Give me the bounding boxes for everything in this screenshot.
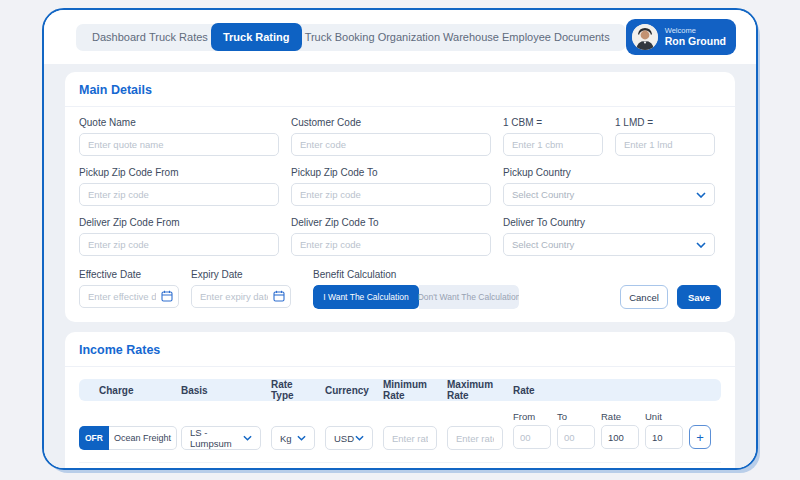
benefit-no-option[interactable]: Don't Want The Calculation — [419, 285, 519, 309]
tab-documents[interactable]: Documents — [554, 31, 610, 43]
pickup-country-label: Pickup Country — [503, 167, 715, 178]
tab-dashboard[interactable]: Dashboard — [92, 31, 146, 43]
pickup-zip-from-input[interactable] — [79, 183, 279, 206]
tab-truck-booking[interactable]: Truck Booking — [305, 31, 375, 43]
deliver-country-select[interactable]: Select Country — [503, 233, 715, 256]
col-rate: Rate — [513, 385, 721, 396]
col-charge: Charge — [79, 385, 171, 396]
col-maximum-rate: Maximum Rate — [447, 379, 503, 401]
user-name: Ron Ground — [665, 35, 726, 47]
col-rate-type: Rate Type — [271, 379, 315, 401]
rate-type-select[interactable]: Kg — [271, 426, 315, 450]
customer-code-label: Customer Code — [291, 117, 491, 128]
deliver-zip-from-label: Deliver Zip Code From — [79, 217, 279, 228]
tier-labels: From To Rate Unit — [513, 467, 721, 470]
income-rates-body: Charge Basis Rate Type Currency Minimum … — [65, 367, 735, 470]
form-row-2: Pickup Zip Code From Pickup Zip Code To … — [79, 167, 721, 206]
cancel-button[interactable]: Cancel — [620, 285, 668, 309]
tier-labels: From To Rate Unit — [513, 411, 721, 422]
benefit-yes-option[interactable]: I Want The Calculation — [313, 285, 419, 309]
pickup-zip-from-label: Pickup Zip Code From — [79, 167, 279, 178]
lmd-label: 1 LMD = — [615, 117, 715, 128]
tab-warehouse[interactable]: Warehouse — [443, 31, 499, 43]
income-rates-header: Charge Basis Rate Type Currency Minimum … — [79, 379, 721, 401]
benefit-calculation-toggle: I Want The Calculation Don't Want The Ca… — [313, 285, 519, 309]
col-currency: Currency — [325, 385, 373, 396]
income-rates-card: Income Rates Charge Basis Rate Type Curr… — [65, 332, 735, 470]
charge-code-badge: OFR — [79, 426, 109, 450]
chevron-down-icon — [696, 192, 706, 198]
deliver-country-label: Deliver To Country — [503, 217, 715, 228]
minimum-rate-input[interactable] — [383, 426, 437, 450]
tier-rate-input[interactable] — [601, 425, 639, 449]
tab-employee[interactable]: Employee — [502, 31, 551, 43]
benefit-calculation-label: Benefit Calculation — [313, 269, 519, 280]
form-row-3: Deliver Zip Code From Deliver Zip Code T… — [79, 217, 721, 256]
calendar-icon[interactable] — [273, 290, 285, 302]
pickup-zip-to-label: Pickup Zip Code To — [291, 167, 491, 178]
main-details-card: Main Details Quote Name Customer Code 1 … — [65, 72, 735, 322]
quote-name-input[interactable] — [79, 133, 279, 156]
tab-truck-rating[interactable]: Truck Rating — [211, 23, 302, 51]
cbm-input[interactable] — [503, 133, 603, 156]
income-rates-title: Income Rates — [65, 332, 735, 367]
tier-to-input[interactable] — [557, 425, 595, 449]
user-profile-chip[interactable]: Welcome Ron Ground — [626, 19, 736, 55]
pickup-country-select[interactable]: Select Country — [503, 183, 715, 206]
form-row-1: Quote Name Customer Code 1 CBM = 1 LMD = — [79, 117, 721, 156]
cbm-label: 1 CBM = — [503, 117, 603, 128]
table-row: OFR Ocean Freight LS - Lumpsum Kg USD — [79, 407, 721, 463]
rate-tiers: From To Rate Unit + — [513, 411, 721, 449]
avatar — [632, 24, 658, 50]
effective-date-label: Effective Date — [79, 269, 179, 280]
rate-tiers: From To Rate Unit − — [513, 467, 721, 470]
tier-row: + — [513, 425, 721, 449]
chevron-down-icon — [243, 435, 252, 441]
app-window: Dashboard Truck Rates Truck Rating Truck… — [42, 8, 758, 470]
main-nav: Dashboard Truck Rates Truck Rating Truck… — [76, 24, 626, 51]
table-row: TRU Trucking K - Per Kg Cbm USD — [79, 463, 721, 470]
lmd-input[interactable] — [615, 133, 715, 156]
deliver-zip-from-input[interactable] — [79, 233, 279, 256]
col-basis: Basis — [181, 385, 261, 396]
form-row-4: Effective Date Expiry Date — [79, 269, 721, 309]
currency-select[interactable]: USD — [325, 426, 373, 450]
chevron-down-icon — [297, 435, 306, 441]
user-text: Welcome Ron Ground — [665, 27, 726, 48]
pickup-zip-to-input[interactable] — [291, 183, 491, 206]
main-details-body: Quote Name Customer Code 1 CBM = 1 LMD = — [65, 107, 735, 322]
customer-code-input[interactable] — [291, 133, 491, 156]
basis-select[interactable]: LS - Lumpsum — [181, 426, 261, 450]
quote-name-label: Quote Name — [79, 117, 279, 128]
form-actions: Cancel Save — [620, 285, 721, 309]
chevron-down-icon — [355, 435, 364, 441]
deliver-zip-to-label: Deliver Zip Code To — [291, 217, 491, 228]
calendar-icon[interactable] — [161, 290, 173, 302]
main-details-title: Main Details — [65, 72, 735, 107]
tab-organization[interactable]: Organization — [378, 31, 440, 43]
tier-from-input[interactable] — [513, 425, 551, 449]
add-tier-button[interactable]: + — [689, 425, 711, 449]
tier-unit-input[interactable] — [645, 425, 683, 449]
tab-truck-rates[interactable]: Truck Rates — [149, 31, 208, 43]
expiry-date-label: Expiry Date — [191, 269, 291, 280]
chevron-down-icon — [696, 242, 706, 248]
deliver-zip-to-input[interactable] — [291, 233, 491, 256]
welcome-label: Welcome — [665, 27, 726, 36]
charge-name: Ocean Freight — [109, 426, 177, 450]
charge-cell: OFR Ocean Freight — [79, 426, 171, 450]
save-button[interactable]: Save — [677, 285, 721, 309]
col-minimum-rate: Minimum Rate — [383, 379, 437, 401]
page-body: Main Details Quote Name Customer Code 1 … — [44, 64, 756, 468]
maximum-rate-input[interactable] — [447, 426, 503, 450]
top-bar: Dashboard Truck Rates Truck Rating Truck… — [44, 10, 756, 63]
